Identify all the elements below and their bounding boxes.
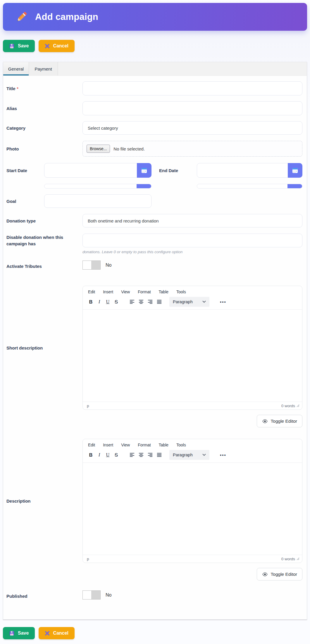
- chevron-down-icon: [202, 301, 206, 303]
- align-justify-icon[interactable]: [155, 451, 164, 459]
- published-toggle[interactable]: [82, 590, 101, 600]
- more-toolbar-button[interactable]: •••: [218, 452, 228, 458]
- end-time-input-clipped[interactable]: [197, 184, 302, 189]
- end-date-calendar-button[interactable]: [288, 163, 302, 178]
- donation-type-row: Donation type Both onetime and recurring…: [6, 214, 302, 227]
- calendar-icon: [141, 167, 147, 174]
- cancel-button[interactable]: Cancel: [39, 40, 74, 52]
- footer-cancel-button[interactable]: Cancel: [39, 627, 74, 639]
- paragraph-select[interactable]: Paragraph: [169, 297, 209, 307]
- published-toggle-group: No: [82, 590, 302, 600]
- published-toggle-knob: [91, 591, 100, 599]
- menu-edit[interactable]: Edit: [88, 290, 95, 294]
- menu-edit[interactable]: Edit: [88, 443, 95, 447]
- cancel-button-label: Cancel: [53, 631, 68, 636]
- start-time-button-clipped[interactable]: [137, 184, 151, 188]
- menu-format[interactable]: Format: [138, 443, 151, 447]
- dates-row: Start Date End Date: [6, 163, 302, 178]
- bold-button[interactable]: B: [87, 297, 95, 306]
- italic-button[interactable]: I: [95, 451, 104, 459]
- tab-payment[interactable]: Payment: [29, 62, 58, 76]
- paragraph-select-value: Paragraph: [173, 299, 193, 304]
- underline-button[interactable]: U: [104, 451, 112, 459]
- short-description-editor: Edit Insert View Format Table Tools B I …: [82, 286, 302, 410]
- start-date-input[interactable]: [44, 163, 151, 178]
- bold-button[interactable]: B: [87, 451, 95, 459]
- tab-general[interactable]: General: [3, 62, 29, 76]
- strikethrough-button[interactable]: S: [112, 451, 120, 459]
- start-time-input-clipped[interactable]: [44, 184, 151, 189]
- start-date-label: Start Date: [6, 168, 44, 173]
- tributes-toggle-value: No: [106, 263, 111, 268]
- donation-type-select-value: Both onetime and recurring donation: [88, 218, 159, 223]
- strikethrough-button[interactable]: S: [112, 297, 120, 306]
- menu-table[interactable]: Table: [159, 290, 168, 294]
- goal-row: Goal: [6, 194, 302, 208]
- menu-table[interactable]: Table: [159, 443, 168, 447]
- published-toggle-value: No: [106, 592, 111, 598]
- end-time-button-clipped[interactable]: [287, 184, 302, 188]
- published-row: Published No: [6, 590, 302, 600]
- align-left-icon[interactable]: [128, 451, 137, 459]
- element-path: p: [87, 404, 89, 408]
- donation-type-select[interactable]: Both onetime and recurring donation: [82, 214, 302, 227]
- italic-button[interactable]: I: [95, 297, 104, 306]
- goal-input[interactable]: [44, 194, 151, 208]
- category-select-value: Select category: [88, 126, 118, 131]
- alias-row: Alias: [6, 101, 302, 115]
- browse-button[interactable]: Browse...: [87, 145, 110, 153]
- align-right-icon[interactable]: [146, 451, 155, 459]
- alias-input[interactable]: [82, 101, 302, 115]
- save-button[interactable]: Save: [3, 40, 35, 52]
- tributes-label: Activate Tributes: [6, 264, 82, 270]
- photo-label: Photo: [6, 146, 82, 151]
- paragraph-select[interactable]: Paragraph: [169, 450, 209, 460]
- menu-view[interactable]: View: [121, 443, 130, 447]
- resize-handle-icon[interactable]: [297, 557, 299, 560]
- bottom-action-bar: Save Cancel: [3, 627, 310, 639]
- description-content[interactable]: [83, 463, 302, 555]
- element-path: p: [87, 557, 89, 561]
- tributes-toggle-knob: [91, 261, 100, 269]
- photo-dropzone[interactable]: Browse... No file selected.: [82, 141, 302, 157]
- short-description-content[interactable]: [83, 310, 302, 402]
- word-count: 0 words: [281, 404, 295, 408]
- general-tab-content: Title* Alias Category Select category Ph…: [3, 81, 307, 619]
- disable-donation-row: Disable donation when this campaign has …: [6, 234, 302, 254]
- align-right-icon[interactable]: [146, 297, 155, 306]
- tributes-toggle[interactable]: [82, 261, 101, 270]
- tributes-row: Activate Tributes No: [6, 261, 302, 270]
- category-select[interactable]: Select category: [82, 121, 302, 135]
- start-date-calendar-button[interactable]: [137, 163, 151, 178]
- menu-view[interactable]: View: [121, 290, 130, 294]
- more-toolbar-button[interactable]: •••: [218, 299, 228, 305]
- title-label: Title*: [6, 86, 82, 91]
- description-row: Description Edit Insert View Format Tabl…: [6, 439, 302, 563]
- align-left-icon[interactable]: [128, 297, 137, 306]
- x-icon: [45, 44, 50, 49]
- align-center-icon[interactable]: [137, 451, 146, 459]
- align-center-icon[interactable]: [137, 297, 146, 306]
- resize-handle-icon[interactable]: [297, 404, 299, 407]
- required-asterisk: *: [17, 86, 18, 91]
- footer-save-button[interactable]: Save: [3, 627, 35, 639]
- menu-insert[interactable]: Insert: [103, 290, 113, 294]
- align-justify-icon[interactable]: [155, 297, 164, 306]
- menu-tools[interactable]: Tools: [176, 443, 186, 447]
- editor-menubar: Edit Insert View Format Table Tools: [83, 286, 302, 295]
- end-date-input[interactable]: [197, 163, 302, 178]
- alias-label: Alias: [6, 106, 82, 111]
- save-button-label: Save: [18, 631, 29, 636]
- menu-insert[interactable]: Insert: [103, 443, 113, 447]
- title-input[interactable]: [82, 81, 302, 95]
- published-label: Published: [6, 594, 82, 600]
- calendar-icon: [292, 167, 298, 174]
- page-header: Add campaign: [3, 3, 307, 31]
- toggle-editor-button[interactable]: Toggle Editor: [257, 568, 302, 580]
- menu-format[interactable]: Format: [138, 290, 151, 294]
- toggle-editor-button[interactable]: Toggle Editor: [257, 415, 302, 427]
- menu-tools[interactable]: Tools: [176, 290, 186, 294]
- floppy-disk-icon: [9, 43, 15, 49]
- disable-donation-input[interactable]: [82, 234, 302, 247]
- underline-button[interactable]: U: [104, 297, 112, 306]
